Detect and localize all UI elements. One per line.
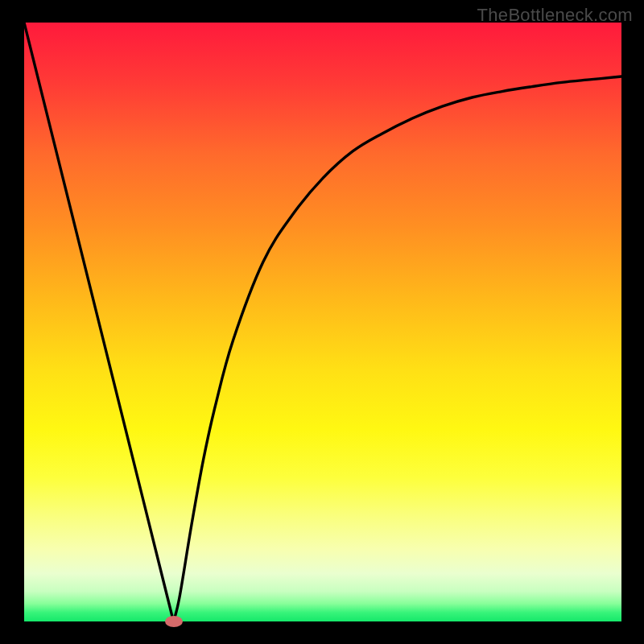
bottleneck-curve-path xyxy=(24,23,621,621)
chart-frame: TheBottleneck.com xyxy=(0,0,644,644)
curve-svg xyxy=(24,23,621,621)
watermark-label: TheBottleneck.com xyxy=(477,5,633,26)
minimum-marker xyxy=(165,616,183,627)
plot-area xyxy=(24,23,621,621)
